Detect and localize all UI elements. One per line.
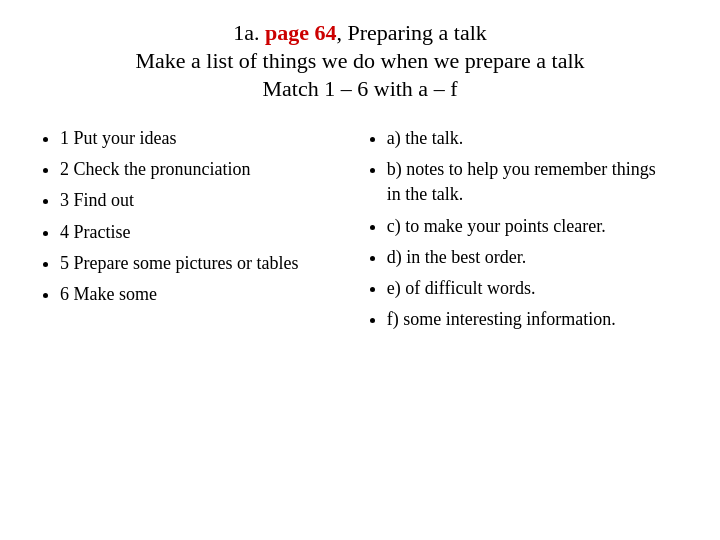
header-prefix: 1a. <box>233 20 265 45</box>
page-container: 1a. page 64, Preparing a talk Make a lis… <box>0 0 720 540</box>
header-line1: 1a. page 64, Preparing a talk <box>30 20 690 46</box>
header-page-red: page 64 <box>265 20 337 45</box>
list-item: 6 Make some <box>60 282 347 307</box>
list-item: 3 Find out <box>60 188 347 213</box>
list-item: 5 Prepare some pictures or tables <box>60 251 347 276</box>
list-item: f) some interesting information. <box>387 307 674 332</box>
list-item: 1 Put your ideas <box>60 126 347 151</box>
list-item: a) the talk. <box>387 126 674 151</box>
list-item: c) to make your points clearer. <box>387 214 674 239</box>
list-item: d) in the best order. <box>387 245 674 270</box>
header: 1a. page 64, Preparing a talk Make a lis… <box>30 20 690 102</box>
left-list: 1 Put your ideas 2 Check the pronunciati… <box>40 126 347 307</box>
header-line2: Make a list of things we do when we prep… <box>30 48 690 74</box>
left-column: 1 Put your ideas 2 Check the pronunciati… <box>30 126 347 520</box>
right-list: a) the talk. b) notes to help you rememb… <box>367 126 674 332</box>
list-item: b) notes to help you remember things in … <box>387 157 674 207</box>
header-suffix: , Preparing a talk <box>336 20 486 45</box>
header-line3: Match 1 – 6 with a – f <box>30 76 690 102</box>
list-item: e) of difficult words. <box>387 276 674 301</box>
list-item: 2 Check the pronunciation <box>60 157 347 182</box>
right-column: a) the talk. b) notes to help you rememb… <box>357 126 674 520</box>
list-item: 4 Practise <box>60 220 347 245</box>
content-area: 1 Put your ideas 2 Check the pronunciati… <box>30 126 690 520</box>
